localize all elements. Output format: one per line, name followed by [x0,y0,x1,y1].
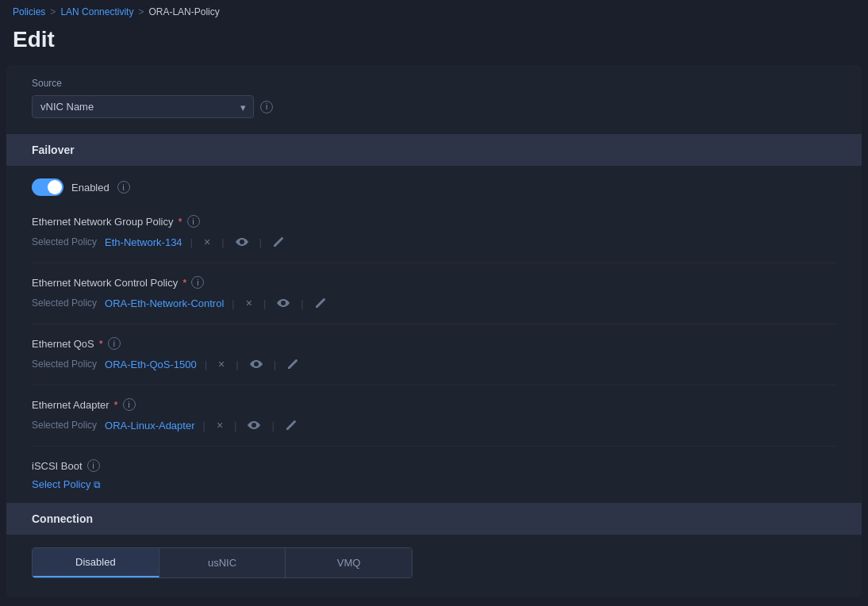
view-icon [277,297,290,309]
ethernet-network-group-label: Ethernet Network Group Policy [32,216,173,228]
breadcrumb-sep2: > [138,6,144,17]
ethernet-adapter-input-row: Selected Policy ORA-Linux-Adapter | × | … [32,417,836,433]
iscsi-boot-field: iSCSI Boot i Select Policy ⧉ [32,447,836,503]
connection-section: Disabled usNIC VMQ [6,547,862,597]
breadcrumb: Policies > LAN Connectivity > ORA-LAN-Po… [0,0,868,24]
source-select-container: vNIC Name Port Channel [32,95,254,118]
source-label: Source [32,78,836,89]
source-select-wrapper: vNIC Name Port Channel i [32,95,836,118]
failover-toggle[interactable] [32,178,63,196]
main-content: Source vNIC Name Port Channel i Failover… [6,65,862,597]
ethernet-network-group-selected-label: Selected Policy [32,236,97,247]
ethernet-network-control-info: i [191,276,204,289]
failover-toggle-label: Enabled [71,182,109,194]
ethernet-qos-required: * [99,338,103,350]
ethernet-adapter-value: ORA-Linux-Adapter [105,420,194,431]
tab-disabled[interactable]: Disabled [33,548,159,577]
ethernet-adapter-clear-btn[interactable]: × [213,417,226,433]
ethernet-qos-input-row: Selected Policy ORA-Eth-QoS-1500 | × | | [32,356,836,372]
ethernet-qos-value: ORA-Eth-QoS-1500 [105,359,197,370]
view-icon [248,419,260,431]
ethernet-network-control-field: Ethernet Network Control Policy * i Sele… [32,263,836,324]
ethernet-network-control-input-row: Selected Policy ORA-Eth-Network-Control … [32,295,836,311]
failover-toggle-row: Enabled i [32,166,836,202]
breadcrumb-current: ORA-LAN-Policy [148,6,219,17]
ethernet-network-group-info: i [187,215,200,228]
connection-section-header: Connection [6,503,862,535]
ethernet-network-control-label: Ethernet Network Control Policy [32,277,178,289]
ethernet-network-control-edit-btn[interactable] [312,296,329,310]
ethernet-adapter-edit-btn[interactable] [282,418,300,432]
ethernet-adapter-info: i [123,398,136,411]
ethernet-network-control-clear-btn[interactable]: × [243,295,255,311]
failover-section-header: Failover [6,134,862,166]
edit-icon [315,297,326,309]
ethernet-network-group-title: Ethernet Network Group Policy * i [32,215,836,228]
iscsi-copy-icon: ⧉ [94,479,101,490]
toggle-knob [48,180,62,194]
breadcrumb-sep1: > [50,6,56,17]
source-section: Source vNIC Name Port Channel i [6,65,862,134]
breadcrumb-policies[interactable]: Policies [13,6,45,17]
iscsi-boot-label: iSCSI Boot [32,460,83,472]
failover-info-icon: i [117,181,130,194]
ethernet-network-group-input-row: Selected Policy Eth-Network-134 | × | | [32,234,836,250]
ethernet-network-group-required: * [178,216,182,228]
view-icon [236,236,248,248]
ethernet-qos-label: Ethernet QoS [32,338,94,350]
ethernet-qos-edit-btn[interactable] [284,357,301,371]
ethernet-network-group-value: Eth-Network-134 [105,236,182,248]
source-info-icon: i [260,101,273,113]
ethernet-adapter-title: Ethernet Adapter * i [32,398,836,411]
ethernet-adapter-field: Ethernet Adapter * i Selected Policy ORA… [32,385,836,447]
ethernet-qos-info: i [108,337,121,350]
ethernet-network-control-title: Ethernet Network Control Policy * i [32,276,836,289]
ethernet-network-control-selected-label: Selected Policy [32,297,97,309]
ethernet-network-group-field: Ethernet Network Group Policy * i Select… [32,202,836,263]
iscsi-boot-title: iSCSI Boot i [32,459,836,472]
ethernet-qos-clear-btn[interactable]: × [215,356,228,372]
edit-icon [287,359,298,370]
ethernet-adapter-view-btn[interactable] [244,417,263,433]
view-icon [250,358,263,370]
ethernet-network-control-value: ORA-Eth-Network-Control [105,297,224,309]
iscsi-boot-info: i [87,459,100,472]
ethernet-adapter-selected-label: Selected Policy [32,420,97,431]
tab-usnic[interactable]: usNIC [159,548,286,577]
failover-section: Enabled i Ethernet Network Group Policy … [6,166,862,503]
ethernet-network-group-edit-btn[interactable] [270,235,287,249]
ethernet-adapter-label: Ethernet Adapter [32,399,109,411]
ethernet-adapter-required: * [114,399,118,411]
iscsi-select-policy-link[interactable]: Select Policy ⧉ [32,478,101,490]
ethernet-qos-view-btn[interactable] [247,356,266,372]
ethernet-qos-field: Ethernet QoS * i Selected Policy ORA-Eth… [32,324,836,385]
ethernet-network-control-view-btn[interactable] [274,295,293,311]
ethernet-network-group-clear-btn[interactable]: × [201,234,213,250]
source-select[interactable]: vNIC Name Port Channel [32,95,254,118]
breadcrumb-lan-connectivity[interactable]: LAN Connectivity [60,6,133,17]
iscsi-select-policy-label: Select Policy [32,478,90,490]
edit-icon [286,420,297,431]
page-title: Edit [0,24,868,65]
connection-tabs: Disabled usNIC VMQ [32,547,413,578]
ethernet-qos-selected-label: Selected Policy [32,359,97,370]
edit-icon [273,236,284,247]
ethernet-network-control-required: * [182,277,186,289]
ethernet-network-group-view-btn[interactable] [232,234,252,250]
tab-vmq[interactable]: VMQ [286,548,412,577]
ethernet-qos-title: Ethernet QoS * i [32,337,836,350]
